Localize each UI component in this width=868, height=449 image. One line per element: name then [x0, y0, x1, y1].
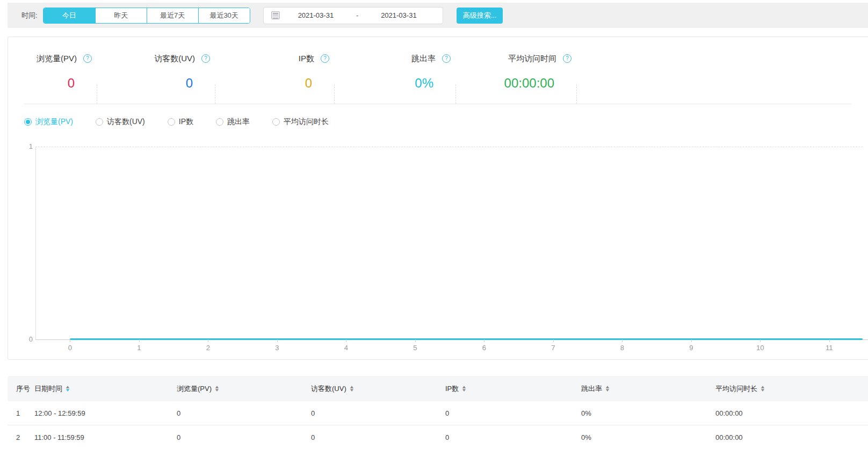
range-button-last-7-days[interactable]: 最近7天	[147, 8, 198, 23]
range-button-yesterday[interactable]: 昨天	[95, 8, 147, 23]
axis-tick-mark	[208, 339, 208, 342]
time-filter-label: 时间:	[21, 11, 38, 20]
header-label: IP数	[445, 384, 459, 394]
date-range-separator: -	[352, 11, 363, 19]
header-bounce-rate[interactable]: 跳出率 ▲▼	[581, 384, 715, 394]
radio-icon	[216, 118, 223, 126]
pv-series-line	[70, 338, 863, 340]
stat-bounce-rate-value: 0%	[415, 76, 456, 91]
row-avg-visit-duration: 00:00:00	[715, 433, 868, 441]
header-index: 序号	[8, 384, 34, 394]
x-axis-label-text: 3	[275, 344, 279, 352]
y-axis-tick-1: 1	[20, 142, 33, 150]
stat-pageviews: 浏览量(PV) ? 0	[8, 53, 97, 91]
x-axis-label: 7	[519, 344, 588, 352]
axis-tick-mark	[829, 339, 830, 342]
range-button-today[interactable]: 今日	[44, 8, 95, 23]
x-axis-label: 9	[657, 344, 726, 352]
radio-icon	[96, 118, 103, 126]
axis-tick-mark	[70, 339, 70, 342]
advanced-search-button[interactable]: 高级搜索...	[457, 8, 503, 24]
x-axis-label: 11	[795, 344, 864, 352]
x-axis-label: 1	[105, 344, 174, 352]
date-start-value[interactable]: 2021-03-31	[280, 11, 352, 19]
axis-tick-mark	[691, 339, 692, 342]
header-visitors[interactable]: 访客数(UV) ▲▼	[311, 384, 445, 394]
row-visitors: 0	[311, 409, 445, 417]
stat-ip-count-value: 0	[305, 76, 335, 91]
help-icon[interactable]: ?	[201, 54, 210, 63]
metric-selector: 浏览量(PV) 访客数(UV) IP数 跳出率 平均访问时长	[24, 117, 868, 127]
x-axis-label-text: 4	[344, 344, 348, 352]
metric-option-bounce-rate[interactable]: 跳出率	[216, 117, 250, 127]
x-axis-label: 4	[312, 344, 381, 352]
x-axis-label: 2	[173, 344, 243, 352]
metric-option-visitors[interactable]: 访客数(UV)	[96, 117, 145, 127]
stat-avg-visit-time: 平均访问时间 ? 00:00:00	[456, 53, 577, 91]
x-axis-label: 10	[726, 344, 795, 352]
y-axis-tick-0: 0	[20, 335, 33, 343]
x-axis-label-text: 5	[413, 344, 417, 352]
sort-icon[interactable]: ▲▼	[605, 386, 610, 392]
metric-option-label: 跳出率	[227, 117, 250, 127]
x-axis-label-text: 9	[689, 344, 693, 352]
date-range-picker[interactable]: 2021-03-31 - 2021-03-31	[263, 7, 443, 24]
x-axis-label: 0	[35, 344, 105, 352]
table-header-row: 序号 日期时间 ▲▼ 浏览量(PV) ▲▼ 访客数(UV) ▲▼ IP数 ▲▼ …	[8, 376, 868, 401]
sort-desc-icon[interactable]: ▼	[605, 389, 610, 392]
sort-icon[interactable]: ▲▼	[462, 386, 466, 392]
header-label: 跳出率	[581, 384, 602, 394]
help-icon[interactable]: ?	[83, 54, 92, 63]
header-pageviews[interactable]: 浏览量(PV) ▲▼	[177, 384, 311, 394]
calendar-icon	[271, 11, 280, 19]
sort-icon[interactable]: ▲▼	[66, 386, 70, 392]
row-ip-count: 0	[445, 433, 581, 441]
metric-option-ip-count[interactable]: IP数	[168, 117, 193, 127]
sort-desc-icon[interactable]: ▼	[349, 389, 355, 392]
stat-separator	[576, 84, 577, 104]
date-end-value[interactable]: 2021-03-31	[363, 11, 435, 19]
metric-option-avg-visit-duration[interactable]: 平均访问时长	[272, 117, 329, 127]
stat-bounce-rate-label: 跳出率	[411, 54, 436, 64]
gridline-y1	[35, 147, 863, 147]
header-datetime[interactable]: 日期时间 ▲▼	[34, 384, 177, 394]
x-axis-labels: 0 1 2 3 4 5 6 7 8 9 10 11	[35, 344, 864, 352]
x-axis-label-text: 10	[756, 344, 764, 352]
radio-icon	[272, 118, 280, 126]
row-pageviews: 0	[177, 409, 311, 417]
sort-desc-icon[interactable]: ▼	[65, 389, 70, 392]
range-button-last-30-days[interactable]: 最近30天	[198, 8, 250, 23]
row-datetime: 11:00 - 11:59:59	[34, 433, 177, 441]
hourly-stats-table: 序号 日期时间 ▲▼ 浏览量(PV) ▲▼ 访客数(UV) ▲▼ IP数 ▲▼ …	[8, 376, 868, 449]
x-axis-label: 3	[243, 344, 312, 352]
header-label: 浏览量(PV)	[177, 384, 212, 394]
stat-avg-visit-time-label: 平均访问时间	[508, 54, 556, 64]
x-axis-label-text: 11	[826, 344, 833, 352]
header-avg-visit-duration[interactable]: 平均访问时长 ▲▼	[715, 384, 868, 394]
sort-icon[interactable]: ▲▼	[761, 386, 765, 392]
help-icon[interactable]: ?	[442, 54, 451, 63]
x-axis-label: 5	[381, 344, 450, 352]
time-filter-toolbar: 时间: 今日 昨天 最近7天 最近30天 2021-03-31 - 2021-0…	[8, 3, 868, 28]
stat-visitors-label: 访客数(UV)	[154, 54, 195, 64]
metric-option-pageviews[interactable]: 浏览量(PV)	[24, 117, 73, 127]
stat-avg-visit-time-value: 00:00:00	[504, 76, 577, 91]
sort-desc-icon[interactable]: ▼	[760, 389, 765, 392]
sort-icon[interactable]: ▲▼	[215, 386, 219, 392]
x-axis-label-text: 8	[620, 344, 624, 352]
sort-desc-icon[interactable]: ▼	[461, 389, 467, 392]
sort-desc-icon[interactable]: ▼	[214, 389, 220, 392]
stats-divider	[24, 104, 852, 104]
stat-visitors-value: 0	[186, 76, 215, 91]
header-label: 日期时间	[34, 384, 62, 394]
help-icon[interactable]: ?	[563, 54, 572, 63]
help-icon[interactable]: ?	[321, 54, 329, 63]
header-ip-count[interactable]: IP数 ▲▼	[445, 384, 581, 394]
radio-icon	[168, 118, 175, 126]
sort-icon[interactable]: ▲▼	[350, 386, 354, 392]
axis-tick-mark	[553, 339, 554, 342]
row-index: 1	[8, 409, 34, 417]
row-bounce-rate: 0%	[581, 409, 715, 417]
axis-tick-mark	[139, 339, 140, 342]
row-pageviews: 0	[177, 433, 311, 441]
